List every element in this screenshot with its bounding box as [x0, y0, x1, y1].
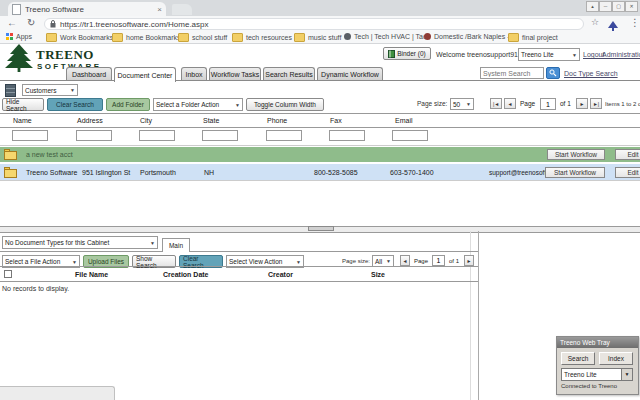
tray-status-text: Connected to Treeno — [561, 383, 617, 389]
clear-search-button[interactable]: Clear Search — [47, 98, 103, 111]
web-tray-widget[interactable]: Treeno Web Tray Search Index Treeno Lite… — [556, 336, 639, 395]
edit-button[interactable]: Edit — [615, 149, 640, 160]
col-email[interactable]: Email — [395, 117, 413, 124]
doc-type-search-link[interactable]: Doc Type Search — [564, 70, 618, 77]
folder-group-row[interactable]: a new test acct Start Workflow Edit — [0, 147, 640, 162]
filter-phone-input[interactable] — [266, 130, 302, 141]
doc-type-select[interactable]: No Document Types for this Cabinet▼ — [2, 236, 158, 249]
bookmark-work[interactable]: Work Bookmarks — [46, 33, 113, 42]
edit-button[interactable]: Edit — [615, 167, 640, 178]
table-border — [0, 113, 640, 114]
bookmark-final-project[interactable]: final project — [508, 33, 558, 42]
toggle-column-width-button[interactable]: Toggle Column Width — [246, 98, 324, 111]
filter-city-input[interactable] — [139, 130, 175, 141]
logo-text-treeno: TREENO — [36, 47, 94, 63]
window-minimize-button[interactable]: ─ — [599, 1, 612, 12]
next-page-button[interactable]: ► — [576, 98, 588, 109]
table-border — [0, 145, 640, 146]
chevron-down-icon: ▼ — [466, 101, 471, 107]
system-search-button[interactable] — [546, 67, 560, 79]
new-tab-button[interactable] — [172, 4, 192, 15]
web-tray-titlebar[interactable]: Treeno Web Tray — [557, 337, 638, 348]
page-size-select[interactable]: 50▼ — [450, 98, 474, 110]
cabinet-select[interactable]: Customers▼ — [22, 84, 78, 96]
splitter-handle-icon[interactable] — [308, 226, 334, 231]
col-state[interactable]: State — [203, 117, 219, 124]
hide-search-button[interactable]: Hide Search — [2, 98, 44, 111]
start-workflow-button[interactable]: Start Workflow — [547, 149, 605, 160]
files-prev-page-button[interactable]: ◄ — [400, 255, 410, 266]
pane-divider[interactable] — [478, 231, 479, 400]
row-fax: 603-570-1400 — [390, 169, 434, 176]
chevron-down-icon: ▼ — [72, 259, 77, 265]
tray-search-button[interactable]: Search — [561, 352, 595, 365]
files-tab-main[interactable]: Main — [162, 238, 190, 252]
account-select[interactable]: Treeno Lite▼ — [518, 48, 580, 61]
binder-button[interactable]: Binder (0) — [383, 47, 431, 60]
administration-link[interactable]: Administration — [602, 51, 640, 58]
col-creator[interactable]: Creator — [268, 271, 293, 278]
row-phone: 800-528-5085 — [314, 169, 358, 176]
tab-close-icon[interactable]: × — [157, 5, 162, 14]
add-folder-button[interactable]: Add Folder — [106, 98, 150, 111]
site-icon — [344, 33, 351, 40]
tab-inbox[interactable]: Inbox — [181, 67, 207, 81]
prev-page-button[interactable]: ◄ — [504, 98, 516, 109]
last-page-button[interactable]: ►| — [590, 98, 602, 109]
browser-menu-icon[interactable]: ⋮ — [630, 17, 640, 28]
files-table-border — [0, 266, 478, 267]
tray-account-select[interactable]: Treeno Lite ▼ — [561, 368, 633, 381]
col-address[interactable]: Address — [77, 117, 103, 124]
bookmark-home[interactable]: home Bookmarks — [112, 33, 180, 42]
col-name[interactable]: Name — [13, 117, 32, 124]
bookmark-star-icon[interactable]: ☆ — [591, 17, 599, 27]
tab-search-results[interactable]: Search Results — [263, 67, 315, 81]
bookmark-apps[interactable]: Apps — [6, 33, 32, 40]
folder-row-treeno[interactable]: Treeno Software 951 Islington St Portsmo… — [0, 163, 640, 180]
filter-email-input[interactable] — [392, 130, 428, 141]
col-size[interactable]: Size — [371, 271, 385, 278]
tab-dashboard[interactable]: Dashboard — [66, 67, 112, 81]
folder-action-select[interactable]: Select a Folder Action▼ — [153, 98, 243, 111]
page-of-label: of 1 — [560, 101, 571, 108]
bookmark-music[interactable]: music stuff — [294, 33, 341, 42]
first-page-button[interactable]: |◄ — [490, 98, 502, 109]
col-phone[interactable]: Phone — [267, 117, 287, 124]
binder-icon — [388, 50, 395, 58]
items-count-label: Items 1 to 2 of 2 — [605, 101, 640, 107]
bookmark-domestic[interactable]: Domestic /Bark Naples - — [424, 33, 509, 40]
bookmark-school[interactable]: school stuff — [178, 33, 227, 42]
tab-dynamic-workflow[interactable]: Dynamic Workflow — [317, 67, 383, 81]
filter-name-input[interactable] — [12, 130, 48, 141]
reload-icon[interactable]: ↻ — [27, 17, 35, 28]
system-search-input[interactable] — [480, 67, 544, 79]
start-workflow-button[interactable]: Start Workflow — [545, 167, 605, 178]
back-icon[interactable]: ← — [7, 17, 17, 28]
col-creation-date[interactable]: Creation Date — [163, 271, 209, 278]
nav-underline — [0, 80, 640, 81]
search-icon — [549, 69, 557, 77]
col-city[interactable]: City — [140, 117, 152, 124]
bookmark-tech[interactable]: tech resources — [232, 33, 292, 42]
page-number-input[interactable] — [540, 98, 556, 110]
apps-grid-icon — [6, 33, 13, 40]
col-fax[interactable]: Fax — [330, 117, 342, 124]
bookmark-tech-hvac[interactable]: Tech | Tech HVAC | Tao — [344, 33, 427, 40]
filter-fax-input[interactable] — [329, 130, 365, 141]
filter-state-input[interactable] — [202, 130, 238, 141]
window-restore-button[interactable]: ▢ — [612, 1, 625, 12]
col-file-name[interactable]: File Name — [75, 271, 108, 278]
tab-workflow-tasks[interactable]: Workflow Tasks — [209, 67, 261, 81]
browser-tab[interactable]: Treeno Software × — [8, 2, 166, 16]
window-close-button[interactable]: ✕ — [625, 1, 638, 12]
tab-document-center[interactable]: Document Center — [114, 67, 176, 82]
url-text: https://tr1.treenosoftware.com/Home.aspx — [60, 20, 209, 29]
files-next-page-button[interactable]: ► — [464, 255, 474, 266]
files-page-number-input[interactable] — [432, 255, 445, 266]
window-pin-button[interactable]: ▴ — [586, 1, 599, 12]
files-table-border — [0, 281, 478, 282]
address-bar[interactable]: https://tr1.treenosoftware.com/Home.aspx — [44, 18, 584, 30]
select-all-checkbox[interactable] — [4, 270, 12, 278]
filter-address-input[interactable] — [76, 130, 112, 141]
tray-index-button[interactable]: Index — [599, 352, 633, 365]
